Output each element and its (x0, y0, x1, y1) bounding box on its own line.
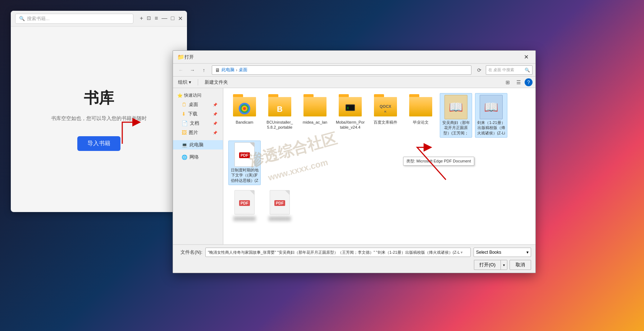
up-button[interactable]: ↑ (199, 65, 209, 75)
baidu-folder-icon: QOCXK (374, 97, 397, 116)
file-item-jianlai[interactable]: 📖 剑来（1-21册）出版稿校版（烽火戏诸侯）(Z-Library) (475, 93, 507, 138)
folder-icon-desktop: 🗒 (182, 102, 187, 107)
thesis-icon-wrapper (409, 95, 432, 118)
pdf-badge: PDF (239, 152, 250, 158)
midea-label: midea_ac_lan (303, 120, 328, 125)
dropdown-arrow: ▾ (461, 250, 463, 255)
pdf-blurred-2[interactable]: PDF ████████ (264, 188, 296, 223)
open-button-arrow[interactable]: ▾ (501, 260, 507, 270)
anwu-icon-wrapper: 📖 (444, 96, 467, 119)
open-dialog: 📁 打开 ✕ ← → ↑ 🖥 此电脑 › 桌面 ⟳ 在 桌面 中搜索 🔍 组织 … (173, 50, 536, 273)
minimize-button[interactable]: — (161, 15, 167, 22)
filename-input[interactable]: "晚清女性商人传奇与家国故事_张霄婴" "安吴商妇（那年花开月正圆原型）（王芳闻… (205, 248, 471, 257)
organize-button[interactable]: 组织 ▾ (176, 78, 193, 86)
dialog-close-button[interactable]: ✕ (521, 52, 531, 62)
menu-icon[interactable]: ≡ (155, 15, 158, 22)
app-window: 🔍 搜索书籍... + ⊡ ≡ — □ ✕ 书库 书库空空如也，您可以导入您的书… (11, 11, 187, 212)
dialog-sidebar: ⭐ 快速访问 🗒 桌面 📌 ⬇ 下载 📌 📄 文档 📌 🖼 图片 � (173, 88, 223, 244)
folder-icon-pictures: 🖼 (182, 130, 187, 135)
back-button[interactable]: ← (176, 65, 186, 75)
new-folder-button[interactable]: 新建文件夹 (202, 78, 230, 86)
rizhi-icon-wrapper: PDF (233, 143, 256, 166)
sidebar-item-network[interactable]: 🌐 网络 (173, 152, 223, 162)
file-item-bandicam[interactable]: Bandicam (228, 93, 261, 138)
dialog-navbar: ← → ↑ 🖥 此电脑 › 桌面 ⟳ 在 桌面 中搜索 🔍 (173, 64, 535, 77)
breadcrumb-bar[interactable]: 🖥 此电脑 › 桌面 (212, 65, 471, 75)
jianlai-book-icon: 📖 (480, 95, 503, 119)
close-button[interactable]: ✕ (178, 15, 183, 22)
svg-text:X: X (347, 107, 349, 110)
view-list-button[interactable]: ☰ (514, 78, 523, 87)
titlebar-buttons: + ⊡ ≡ — □ ✕ (140, 15, 183, 22)
sidebar-item-pictures[interactable]: 🖼 图片 📌 (173, 128, 223, 137)
pin-icon-documents: 📌 (213, 121, 217, 125)
cancel-button[interactable]: 取消 (510, 260, 531, 270)
search-placeholder: 搜索书籍... (27, 15, 50, 22)
bandicam-icon-wrapper (233, 95, 256, 118)
blurred-pdf-1-label: ████████ (233, 216, 256, 221)
nav-search-box[interactable]: 在 桌面 中搜索 🔍 (486, 65, 533, 75)
pc-icon: 💻 (182, 142, 187, 148)
nav-search-placeholder: 在 桌面 中搜索 (488, 67, 523, 73)
sidebar-item-desktop[interactable]: 🗒 桌面 📌 (173, 100, 223, 109)
anwu-book-icon: 📖 (444, 95, 467, 119)
sidebar-item-downloads[interactable]: ⬇ 下载 📌 (173, 109, 223, 119)
files-grid: Bandicam B BCUninstaller_5.8.2_portable (227, 92, 532, 187)
dialog-files[interactable]: Bandicam B BCUninstaller_5.8.2_portable (223, 88, 535, 244)
sidebar-item-this-pc[interactable]: 💻 此电脑 (173, 140, 223, 150)
filename-label: 文件名(N): (177, 249, 202, 256)
dialog-titlebar: 📁 打开 ✕ (173, 51, 535, 64)
quick-access-icon: ⭐ (177, 93, 183, 98)
arrow-to-import (101, 111, 144, 147)
jianlai-label: 剑来（1-21册）出版稿校版（烽火戏诸侯）(Z-Library) (477, 120, 506, 135)
sidebar-desktop-label: 桌面 (189, 101, 198, 108)
toolbar-right: ⊞ ☰ ? (503, 78, 533, 87)
library-title: 书库 (84, 88, 114, 108)
breadcrumb-this-pc[interactable]: 此电脑 (221, 67, 234, 73)
pin-icon-downloads: 📌 (213, 112, 217, 116)
bcuninstaller-folder-icon: B (268, 97, 291, 116)
thesis-folder-icon (409, 97, 432, 116)
pdf-row-blurred: PDF ████████ PDF ████████ (227, 187, 532, 225)
baidu-label: 百度文库稿件 (374, 120, 397, 125)
midea-folder-icon (303, 97, 326, 116)
file-item-mobaxterm[interactable]: X MobaXterm_Portable_v24.4 (334, 93, 366, 138)
toolbar-separator (198, 79, 198, 86)
file-item-rizhi[interactable]: PDF 日制度时期的地下文学（(美)罗伯特达思顿）(Z-Library) (1) (228, 141, 261, 185)
breadcrumb-desktop[interactable]: 桌面 (239, 67, 247, 73)
network-icon: 🌐 (182, 155, 187, 160)
svg-point-3 (243, 107, 246, 110)
help-button[interactable]: ? (525, 78, 533, 86)
dropdown-chevron: ▾ (526, 250, 529, 255)
folder-icon-downloads: ⬇ (182, 111, 186, 117)
bcuninstaller-icon-wrapper: B (268, 95, 291, 118)
blurred-pdf-2-icon: PDF (270, 190, 290, 215)
bandicam-folder-icon (233, 97, 256, 116)
open-button[interactable]: 打开(O) (474, 260, 501, 270)
file-item-midea[interactable]: midea_ac_lan (299, 93, 331, 138)
maximize-button[interactable]: □ (171, 15, 174, 22)
file-item-bcuninstaller[interactable]: B BCUninstaller_5.8.2_portable (264, 93, 296, 138)
add-tab-button[interactable]: + (140, 15, 143, 22)
app-search-bar[interactable]: 🔍 搜索书籍... (15, 14, 133, 24)
thesis-label: 毕业论文 (413, 120, 429, 125)
sidebar-pictures-label: 图片 (189, 129, 198, 136)
app-content: 书库 书库空空如也，您可以导入您的书籍并随时 导入书籍 (11, 27, 187, 212)
open-button-group: 打开(O) ▾ (474, 260, 507, 270)
quick-access-header: ⭐ 快速访问 (173, 91, 223, 100)
jianlai-icon-wrapper: 📖 (480, 96, 503, 119)
mobaxterm-icon-wrapper: X (339, 95, 362, 118)
layout-button[interactable]: ⊡ (147, 15, 151, 22)
bcuninstaller-label: BCUninstaller_5.8.2_portable (265, 120, 294, 130)
filetype-dropdown[interactable]: Select Books ▾ (474, 248, 531, 257)
filetype-label: Select Books (476, 250, 501, 255)
rizhi-pdf-icon: PDF (234, 142, 255, 167)
refresh-button[interactable]: ⟳ (474, 65, 484, 75)
pdf-blurred-1[interactable]: PDF ████████ (228, 188, 261, 223)
view-toggle-button[interactable]: ⊞ (503, 78, 512, 87)
sidebar-item-documents[interactable]: 📄 文档 📌 (173, 119, 223, 128)
footer-filename-row: 文件名(N): "晚清女性商人传奇与家国故事_张霄婴" "安吴商妇（那年花开月正… (177, 248, 531, 257)
forward-button[interactable]: → (187, 65, 197, 75)
pdf-badge-2: PDF (274, 200, 285, 206)
dialog-toolbar: 组织 ▾ 新建文件夹 ⊞ ☰ ? (173, 77, 535, 88)
